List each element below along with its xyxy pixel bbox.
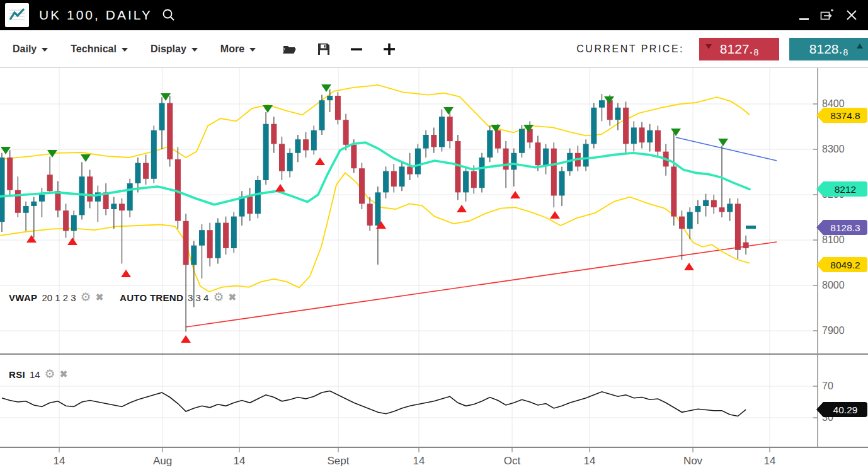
sell-signal-arrow bbox=[443, 107, 454, 115]
candle-body bbox=[447, 117, 453, 141]
candle-body bbox=[375, 192, 380, 226]
menu-daily[interactable]: Daily bbox=[13, 43, 48, 55]
buy-signal-arrow bbox=[67, 238, 77, 245]
time-axis-label: Aug bbox=[153, 455, 172, 467]
minimize-icon[interactable] bbox=[799, 18, 809, 20]
candle-body bbox=[207, 230, 213, 258]
candle-body bbox=[631, 127, 637, 144]
menu-more[interactable]: More bbox=[220, 43, 256, 55]
candle-body bbox=[735, 203, 741, 249]
sell-signal-arrow bbox=[671, 129, 681, 136]
candles bbox=[0, 89, 749, 331]
candle-body bbox=[439, 117, 445, 147]
candle-body bbox=[87, 176, 93, 202]
candle-body bbox=[23, 206, 29, 213]
save-icon[interactable] bbox=[317, 43, 330, 55]
candle-body bbox=[263, 124, 269, 180]
candle-body bbox=[31, 202, 37, 206]
popout-icon[interactable] bbox=[820, 9, 834, 21]
rsi-settings-icon[interactable]: ⚙ bbox=[45, 369, 55, 380]
candle-body bbox=[127, 183, 133, 210]
ask-price-value: 8128. bbox=[809, 38, 843, 60]
candle-body bbox=[495, 130, 501, 149]
candle-body bbox=[431, 135, 437, 147]
zoom-out-icon[interactable] bbox=[350, 43, 363, 55]
candle-body bbox=[295, 139, 300, 153]
candle-body bbox=[671, 166, 677, 216]
chart-title: UK 100, DAILY bbox=[39, 8, 152, 23]
chevron-down-icon bbox=[191, 48, 198, 52]
grid bbox=[0, 68, 818, 447]
vwap-label: VWAP bbox=[9, 292, 37, 303]
candle-body bbox=[279, 144, 285, 171]
price-axis-label: 7900 bbox=[822, 325, 845, 336]
candle-body bbox=[535, 142, 540, 165]
candle-body bbox=[167, 103, 173, 159]
trend-line-support bbox=[186, 242, 777, 327]
candle-body bbox=[655, 130, 661, 152]
candle-body bbox=[415, 149, 421, 175]
price-tag-text: 8049.2 bbox=[830, 260, 860, 270]
buy-signal-arrow bbox=[550, 211, 560, 219]
bid-price-box: 8127. 8 bbox=[699, 38, 779, 60]
buy-signal-arrow bbox=[457, 205, 467, 212]
price-tag-text: 8128.3 bbox=[830, 222, 860, 233]
candle-body bbox=[407, 166, 413, 174]
time-axis-label: 14 bbox=[584, 455, 596, 467]
auto-trend-settings-icon[interactable]: ⚙ bbox=[213, 292, 224, 303]
candle-body bbox=[519, 129, 525, 153]
menu-display[interactable]: Display bbox=[151, 43, 198, 55]
time-axis-label: 14 bbox=[54, 455, 66, 467]
candle-body bbox=[183, 221, 189, 265]
candle-body bbox=[463, 171, 469, 193]
menu-technical[interactable]: Technical bbox=[71, 43, 128, 55]
time-axis-label: Nov bbox=[683, 455, 703, 467]
candle-body bbox=[695, 206, 700, 212]
candle-body bbox=[583, 144, 589, 166]
vwap-remove-icon[interactable]: ✖ bbox=[96, 292, 104, 303]
rsi-remove-icon[interactable]: ✖ bbox=[60, 369, 68, 380]
vwap-line bbox=[0, 142, 750, 205]
price-axis-label: 8400 bbox=[822, 98, 845, 109]
candle-body bbox=[503, 149, 509, 170]
price-axis-label: 8100 bbox=[822, 234, 845, 245]
price-tag-text: 8374.8 bbox=[830, 110, 860, 121]
vwap-settings-icon[interactable]: ⚙ bbox=[81, 292, 91, 303]
candle-body bbox=[15, 190, 21, 213]
auto-trend-remove-icon[interactable]: ✖ bbox=[228, 292, 236, 303]
candle-body bbox=[215, 223, 220, 258]
candle-body bbox=[591, 108, 597, 144]
candle-body bbox=[599, 100, 605, 108]
candle-body bbox=[391, 171, 397, 187]
rsi-axis-label: 70 bbox=[822, 381, 833, 391]
time-axis-label: Sept bbox=[328, 455, 350, 467]
buy-signal-arrow bbox=[26, 235, 37, 243]
candle-body bbox=[703, 200, 709, 206]
vwap-legend: VWAP 20 1 2 3 ⚙ ✖ bbox=[9, 292, 103, 303]
candle-body bbox=[647, 130, 653, 142]
bollinger-lower-line bbox=[0, 173, 750, 292]
time-axis-label: Oct bbox=[504, 455, 521, 467]
zoom-in-icon[interactable] bbox=[383, 43, 396, 55]
app-logo bbox=[5, 3, 29, 27]
candle-body bbox=[143, 163, 149, 179]
open-file-icon[interactable] bbox=[282, 43, 297, 55]
vwap-params: 20 1 2 3 bbox=[42, 292, 76, 303]
candle-body bbox=[7, 158, 13, 190]
candle-body bbox=[311, 130, 317, 151]
buy-signal-arrow bbox=[121, 270, 131, 277]
price-up-arrow-icon bbox=[857, 43, 863, 49]
candle-body bbox=[335, 96, 341, 120]
candle-body bbox=[319, 100, 325, 130]
candle-body bbox=[743, 243, 749, 248]
candle-body bbox=[423, 135, 429, 149]
candle-body bbox=[471, 171, 477, 188]
logo-chart-icon bbox=[8, 6, 26, 25]
search-icon[interactable] bbox=[161, 8, 176, 23]
candle-body bbox=[615, 108, 620, 120]
bid-price-value: 8127. bbox=[720, 38, 753, 60]
candle-body bbox=[287, 153, 293, 171]
close-icon[interactable] bbox=[845, 9, 858, 21]
chevron-down-icon bbox=[42, 48, 48, 52]
candle-body bbox=[679, 217, 685, 229]
